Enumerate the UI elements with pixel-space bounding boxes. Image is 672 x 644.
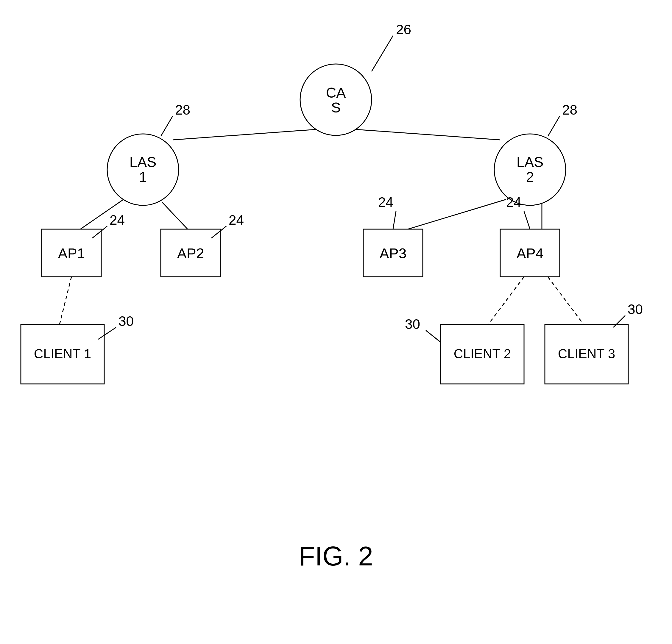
ref24-ap3-line	[393, 211, 396, 229]
las2-label: LAS	[517, 154, 544, 170]
ref30-client3: 30	[628, 302, 643, 317]
ref28-las1-line	[161, 116, 173, 136]
las1-label: LAS	[130, 154, 157, 170]
cas-label: CA	[326, 85, 346, 100]
ap1-label: AP1	[58, 245, 85, 261]
las2-label2: 2	[526, 169, 534, 185]
edge-ap4-client3	[548, 277, 584, 324]
ref24-ap2: 24	[229, 212, 244, 228]
ref24-ap4-line	[524, 211, 530, 229]
ref30-client2-line	[426, 330, 441, 342]
fig-label: FIG. 2	[299, 541, 373, 571]
ref28-las1: 28	[175, 102, 190, 118]
edge-ap4-client2	[488, 277, 524, 324]
ref26: 26	[396, 22, 411, 37]
ref24-ap4: 24	[506, 194, 521, 210]
ref26-line	[372, 36, 393, 71]
edge-ap1-client1	[60, 277, 71, 324]
edge-cas-las1	[173, 130, 316, 140]
ref28-las2: 28	[562, 102, 577, 118]
edge-las2-ap3	[408, 199, 506, 229]
ap3-label: AP3	[380, 245, 407, 261]
ap2-label: AP2	[177, 245, 204, 261]
client1-label: CLIENT 1	[34, 347, 91, 361]
ref30-client2: 30	[405, 316, 420, 332]
cas-label2: S	[331, 100, 340, 116]
edge-cas-las2	[356, 130, 500, 140]
network-diagram: CA S 26 LAS 1 28 LAS 2 28 AP1 24 AP2 24 …	[0, 0, 672, 644]
client3-label: CLIENT 3	[558, 347, 615, 361]
client2-label: CLIENT 2	[454, 347, 511, 361]
edge-las1-ap2	[162, 202, 188, 229]
ap4-label: AP4	[517, 245, 544, 261]
ref30-client1: 30	[119, 313, 134, 329]
ref24-ap1: 24	[110, 212, 125, 228]
las1-label2: 1	[139, 169, 147, 185]
ref28-las2-line	[548, 116, 560, 136]
ref24-ap3: 24	[378, 194, 393, 210]
